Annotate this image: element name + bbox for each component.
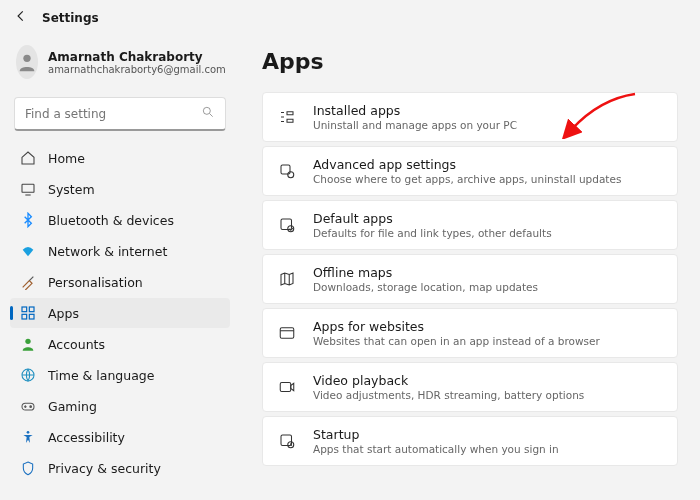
- paintbrush-icon: [20, 274, 36, 290]
- apps-icon: [20, 305, 36, 321]
- card-default-apps[interactable]: Default appsDefaults for file and link t…: [262, 200, 678, 250]
- map-icon: [277, 269, 297, 289]
- nav: Home System Bluetooth & devices Network …: [10, 143, 230, 483]
- globe-icon: [20, 367, 36, 383]
- sidebar-item-label: Accessibility: [48, 430, 125, 445]
- card-desc: Choose where to get apps, archive apps, …: [313, 173, 621, 185]
- sidebar-item-accounts[interactable]: Accounts: [10, 329, 230, 359]
- advanced-settings-icon: [277, 161, 297, 181]
- card-video-playback[interactable]: Video playbackVideo adjustments, HDR str…: [262, 362, 678, 412]
- sidebar-item-label: Gaming: [48, 399, 97, 414]
- sidebar-item-label: Personalisation: [48, 275, 143, 290]
- sidebar-item-label: Privacy & security: [48, 461, 161, 476]
- home-icon: [20, 150, 36, 166]
- card-desc: Downloads, storage location, map updates: [313, 281, 538, 293]
- system-icon: [20, 181, 36, 197]
- svg-rect-9: [22, 403, 34, 410]
- card-title: Startup: [313, 427, 559, 442]
- user-name: Amarnath Chakraborty: [48, 50, 226, 64]
- sidebar-item-home[interactable]: Home: [10, 143, 230, 173]
- svg-rect-18: [281, 435, 292, 446]
- main-content: Apps Installed appsUninstall and manage …: [240, 35, 700, 500]
- search-box[interactable]: [14, 97, 226, 131]
- bluetooth-icon: [20, 212, 36, 228]
- sidebar-item-apps[interactable]: Apps: [10, 298, 230, 328]
- card-installed-apps[interactable]: Installed appsUninstall and manage apps …: [262, 92, 678, 142]
- wifi-icon: [20, 243, 36, 259]
- svg-point-7: [25, 339, 30, 344]
- sidebar-item-label: Accounts: [48, 337, 105, 352]
- sidebar-item-gaming[interactable]: Gaming: [10, 391, 230, 421]
- card-desc: Uninstall and manage apps on your PC: [313, 119, 517, 131]
- card-offline-maps[interactable]: Offline mapsDownloads, storage location,…: [262, 254, 678, 304]
- card-title: Apps for websites: [313, 319, 600, 334]
- svg-rect-17: [280, 383, 291, 392]
- card-title: Offline maps: [313, 265, 538, 280]
- sidebar-item-label: Home: [48, 151, 85, 166]
- sidebar-item-personalisation[interactable]: Personalisation: [10, 267, 230, 297]
- sidebar-item-label: Network & internet: [48, 244, 167, 259]
- sidebar-item-system[interactable]: System: [10, 174, 230, 204]
- shield-icon: [20, 460, 36, 476]
- svg-point-1: [203, 107, 210, 114]
- svg-point-10: [30, 406, 32, 408]
- card-title: Video playback: [313, 373, 584, 388]
- card-startup[interactable]: StartupApps that start automatically whe…: [262, 416, 678, 466]
- accounts-icon: [20, 336, 36, 352]
- svg-rect-5: [22, 314, 27, 319]
- search-icon: [201, 104, 215, 123]
- card-apps-for-websites[interactable]: Apps for websitesWebsites that can open …: [262, 308, 678, 358]
- cards-list: Installed appsUninstall and manage apps …: [262, 92, 678, 466]
- svg-point-0: [23, 55, 30, 62]
- card-advanced-app-settings[interactable]: Advanced app settingsChoose where to get…: [262, 146, 678, 196]
- default-apps-icon: [277, 215, 297, 235]
- sidebar-item-network[interactable]: Network & internet: [10, 236, 230, 266]
- sidebar: Amarnath Chakraborty amarnathchakraborty…: [0, 35, 240, 500]
- user-account[interactable]: Amarnath Chakraborty amarnathchakraborty…: [10, 39, 230, 93]
- apps-websites-icon: [277, 323, 297, 343]
- sidebar-item-label: Time & language: [48, 368, 154, 383]
- sidebar-item-label: Bluetooth & devices: [48, 213, 174, 228]
- avatar: [16, 45, 38, 79]
- startup-icon: [277, 431, 297, 451]
- video-icon: [277, 377, 297, 397]
- installed-apps-icon: [277, 107, 297, 127]
- sidebar-item-label: System: [48, 182, 95, 197]
- card-desc: Defaults for file and link types, other …: [313, 227, 552, 239]
- svg-rect-3: [22, 307, 27, 312]
- sidebar-item-time-language[interactable]: Time & language: [10, 360, 230, 390]
- accessibility-icon: [20, 429, 36, 445]
- sidebar-item-privacy[interactable]: Privacy & security: [10, 453, 230, 483]
- search-input[interactable]: [25, 107, 201, 121]
- page-title: Apps: [262, 49, 678, 74]
- svg-point-13: [288, 172, 294, 178]
- sidebar-item-bluetooth[interactable]: Bluetooth & devices: [10, 205, 230, 235]
- card-desc: Apps that start automatically when you s…: [313, 443, 559, 455]
- titlebar: Settings: [0, 0, 700, 35]
- back-button[interactable]: [14, 8, 28, 27]
- svg-rect-16: [280, 328, 294, 339]
- sidebar-item-label: Apps: [48, 306, 79, 321]
- card-title: Advanced app settings: [313, 157, 621, 172]
- svg-rect-14: [281, 219, 292, 230]
- card-title: Installed apps: [313, 103, 517, 118]
- card-desc: Video adjustments, HDR streaming, batter…: [313, 389, 584, 401]
- sidebar-item-accessibility[interactable]: Accessibility: [10, 422, 230, 452]
- gaming-icon: [20, 398, 36, 414]
- svg-rect-2: [22, 184, 34, 192]
- card-desc: Websites that can open in an app instead…: [313, 335, 600, 347]
- svg-rect-4: [29, 307, 34, 312]
- svg-rect-6: [29, 314, 34, 319]
- card-title: Default apps: [313, 211, 552, 226]
- window-title: Settings: [42, 11, 99, 25]
- svg-point-11: [27, 431, 30, 434]
- user-email: amarnathchakraborty6@gmail.com: [48, 64, 226, 75]
